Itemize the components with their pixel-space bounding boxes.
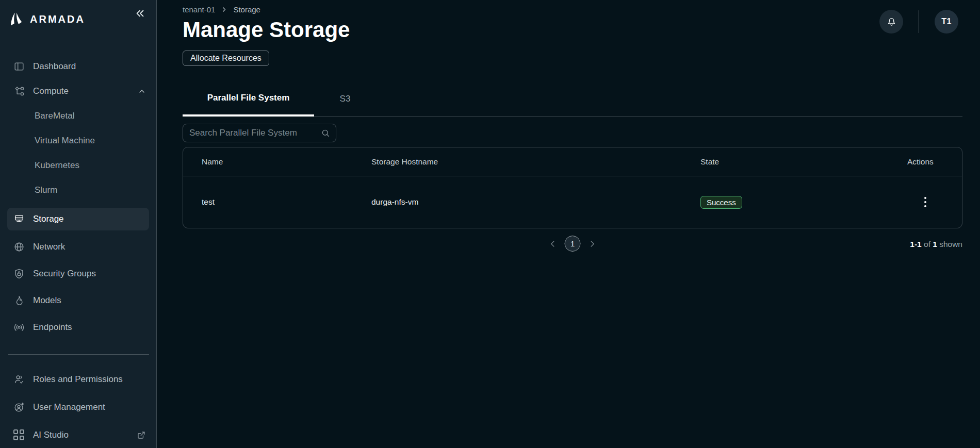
broadcast-icon — [13, 322, 25, 333]
sidebar-item-ai-studio[interactable]: AI Studio — [0, 423, 156, 447]
users-check-icon — [13, 374, 25, 385]
brand-name: ARMADA — [30, 13, 85, 25]
compute-submenu: BareMetal Virtual Machine Kubernetes Slu… — [0, 104, 156, 203]
sidebar-item-storage[interactable]: Storage — [7, 208, 149, 230]
sidebar-nav: Dashboard Compute Bare — [0, 54, 156, 447]
cell-storage-hostname: durga-nfs-vm — [371, 197, 700, 207]
sidebar-divider — [8, 354, 149, 355]
cell-name: test — [202, 197, 371, 207]
globe-icon — [13, 241, 25, 253]
status-badge: Success — [700, 196, 742, 209]
pagination-bar: 1 1-1 of 1 shown — [183, 236, 962, 253]
sidebar-item-endpoints[interactable]: Endpoints — [0, 315, 156, 340]
tab-bar: Parallel File System S3 — [183, 81, 962, 117]
flame-icon — [13, 295, 25, 306]
page-title: Manage Storage — [183, 19, 962, 41]
column-header-name: Name — [202, 157, 371, 167]
sidebar-item-label: Endpoints — [33, 322, 72, 333]
sidebar-item-label: AI Studio — [33, 430, 69, 440]
shield-lock-icon — [13, 268, 25, 279]
sidebar-item-dashboard[interactable]: Dashboard — [0, 54, 156, 79]
summary-shown: shown — [937, 240, 962, 248]
column-header-state: State — [700, 157, 907, 167]
tab-s3[interactable]: S3 — [314, 81, 376, 116]
sidebar-item-baremetal[interactable]: BareMetal — [0, 104, 156, 128]
server-icon — [13, 213, 25, 225]
sidebar-item-label: Dashboard — [33, 61, 76, 72]
ai-studio-color-grid-icon — [13, 429, 25, 441]
sidebar-item-label: Compute — [33, 86, 69, 96]
sidebar-item-label: Roles and Permissions — [33, 374, 123, 385]
sidebar-item-kubernetes[interactable]: Kubernetes — [0, 153, 156, 178]
tab-parallel-file-system[interactable]: Parallel File System — [183, 81, 314, 117]
sidebar-item-user-management[interactable]: User Management — [0, 395, 156, 420]
pagination-next-button[interactable] — [588, 239, 597, 248]
sidebar-item-label: Models — [33, 295, 61, 306]
summary-range: 1-1 — [910, 240, 921, 248]
armada-logo-icon — [8, 12, 25, 27]
pagination-summary: 1-1 of 1 shown — [910, 240, 962, 249]
main-content: tenant-01 Storage Manage Storage Allocat… — [157, 0, 980, 448]
sidebar-item-roles-and-permissions[interactable]: Roles and Permissions — [0, 367, 156, 392]
sidebar-item-label: Virtual Machine — [35, 136, 95, 146]
sidebar-item-label: Network — [33, 242, 65, 252]
sidebar-item-label: User Management — [33, 402, 105, 412]
pagination: 1 — [548, 236, 597, 252]
summary-total: 1 — [933, 240, 937, 248]
pagination-prev-button[interactable] — [548, 239, 558, 248]
chevron-up-icon — [138, 87, 146, 95]
cell-actions — [907, 194, 943, 210]
column-header-storage-hostname: Storage Hostname — [371, 157, 700, 167]
allocate-resources-button[interactable]: Allocate Resources — [183, 51, 269, 66]
layout-panel-icon — [13, 61, 25, 72]
chevrons-left-icon — [135, 8, 146, 19]
breadcrumb-tenant[interactable]: tenant-01 — [183, 5, 215, 14]
chevron-right-icon — [588, 239, 597, 248]
row-actions-menu-button[interactable] — [921, 194, 929, 210]
workflow-nodes-icon — [13, 86, 25, 97]
magnifier-icon — [321, 128, 331, 138]
breadcrumb-current: Storage — [233, 5, 260, 14]
sidebar-item-network[interactable]: Network — [0, 235, 156, 259]
breadcrumb: tenant-01 Storage — [183, 5, 962, 14]
table-row: test durga-nfs-vm Success — [183, 176, 962, 228]
search-input[interactable] — [183, 128, 336, 138]
sidebar-item-label: Slurm — [35, 185, 57, 195]
sidebar-collapse-button[interactable] — [135, 8, 146, 19]
summary-of: of — [922, 240, 933, 248]
sidebar-item-label: Storage — [33, 214, 64, 224]
sidebar-admin-section: Roles and Permissions User Management — [0, 367, 156, 447]
sidebar-item-security-groups[interactable]: Security Groups — [0, 261, 156, 286]
sidebar-item-compute[interactable]: Compute — [0, 79, 156, 104]
sidebar-item-label: Security Groups — [33, 269, 96, 279]
sidebar-item-models[interactable]: Models — [0, 288, 156, 313]
sidebar-item-label: Kubernetes — [35, 160, 79, 171]
chevron-left-icon — [548, 239, 558, 248]
external-link-icon — [136, 430, 146, 440]
sidebar-item-label: BareMetal — [35, 111, 74, 121]
sidebar: ARMADA Dashboard — [0, 0, 157, 448]
storage-table: Name Storage Hostname State Actions test… — [183, 147, 962, 228]
chevron-right-icon — [221, 6, 227, 13]
cell-state: Success — [700, 196, 907, 209]
brand-header: ARMADA — [0, 0, 156, 31]
sidebar-item-virtual-machine[interactable]: Virtual Machine — [0, 128, 156, 153]
pagination-page-1-button[interactable]: 1 — [565, 236, 581, 252]
sidebar-item-slurm[interactable]: Slurm — [0, 178, 156, 203]
search-box — [183, 124, 336, 142]
table-header-row: Name Storage Hostname State Actions — [183, 147, 962, 176]
user-badge-icon — [13, 402, 25, 413]
column-header-actions: Actions — [907, 157, 943, 167]
